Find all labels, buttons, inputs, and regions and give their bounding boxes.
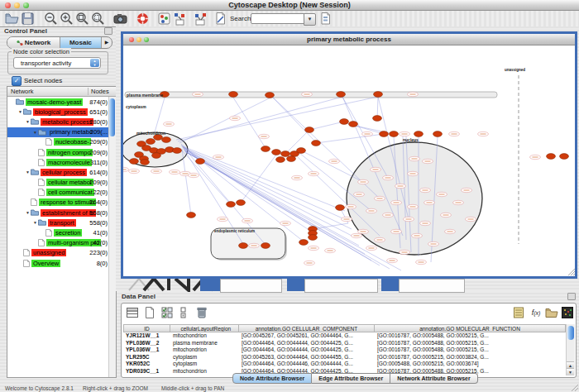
network-node[interactable]: [433, 131, 443, 137]
network-node[interactable]: [146, 139, 156, 145]
select-nodes-checkbox[interactable]: ✓: [12, 76, 22, 86]
tree-row[interactable]: cell communicat22(0): [7, 188, 109, 198]
tree-row[interactable]: mosaic-demo-yeast874(0): [7, 97, 109, 107]
new-attribute-icon[interactable]: [143, 306, 156, 319]
select-attributes-icon[interactable]: [160, 306, 174, 319]
delete-attribute-icon[interactable]: [195, 306, 208, 319]
table-row[interactable]: YPL036W__1mitochondrion[GO:0044464, GO:0…: [123, 347, 566, 354]
tree-row[interactable]: secretion41(0): [7, 227, 109, 237]
table-row[interactable]: YPL036W__2plasma membrane[GO:0044464, GO…: [123, 340, 566, 347]
network-node[interactable]: [340, 119, 349, 125]
network-node[interactable]: [336, 205, 345, 211]
tree-row[interactable]: ▼transport558(0): [7, 218, 109, 227]
network-node[interactable]: [266, 93, 275, 98]
network-node[interactable]: [162, 137, 171, 143]
network-node[interactable]: [130, 159, 139, 165]
zoom-in-icon[interactable]: [60, 12, 74, 26]
search-dropdown-button[interactable]: ▼: [304, 13, 316, 26]
zoom-fit-icon[interactable]: [75, 12, 89, 26]
save-session-icon[interactable]: [21, 12, 35, 26]
tree-scrollbar[interactable]: [108, 97, 116, 377]
network-node[interactable]: [299, 240, 309, 246]
filter-icon[interactable]: [318, 12, 333, 26]
network-node[interactable]: [414, 131, 423, 137]
tree-row[interactable]: multi-organism pro42(0): [7, 238, 109, 248]
column-header[interactable]: ID: [123, 324, 170, 332]
table-scrollbar-thumb[interactable]: [567, 326, 574, 340]
expand-triangle-icon[interactable]: ▼: [32, 220, 38, 225]
tab-edge-attribute-browser[interactable]: Edge Attribute Browser: [312, 373, 390, 384]
tree-row[interactable]: ▼establishment of lo558(0): [7, 208, 109, 218]
network-node[interactable]: [261, 146, 270, 152]
expand-triangle-icon[interactable]: ▼: [17, 109, 23, 114]
tab-mosaic[interactable]: Mosaic: [60, 37, 102, 48]
background-frame-3[interactable]: [381, 279, 399, 291]
expand-triangle-icon[interactable]: ▼: [25, 170, 31, 174]
network-node[interactable]: [380, 131, 389, 137]
network-node[interactable]: [390, 131, 399, 137]
layout-settings-icon[interactable]: [194, 12, 208, 26]
tab-network-attribute-browser[interactable]: Network Attribute Browser: [390, 373, 477, 384]
column-header[interactable]: _cellularLayoutRegion: [170, 324, 239, 332]
network-node[interactable]: [276, 157, 285, 163]
network-node[interactable]: [196, 159, 205, 165]
column-header[interactable]: annotation.GO CELLULAR_COMPONENT: [239, 324, 375, 332]
network-node[interactable]: [272, 150, 281, 155]
table-row[interactable]: YJR121W__1mitochondrion[GO:0045267, GO:0…: [123, 332, 566, 340]
data-panel-float-icon[interactable]: [567, 293, 576, 300]
background-frame-1[interactable]: [200, 279, 220, 291]
import-attributes-icon[interactable]: [545, 306, 558, 319]
attribute-table-icon[interactable]: [126, 306, 139, 319]
network-node[interactable]: [374, 92, 383, 98]
table-row[interactable]: YKR052Ccytoplasm[GO:0044464, GO:0044446,…: [123, 361, 566, 368]
background-frame-2[interactable]: [287, 279, 304, 291]
network-node[interactable]: [287, 156, 296, 162]
tree-row[interactable]: response to stimulu264(0): [7, 198, 109, 208]
frame-resize-grip[interactable]: [568, 269, 575, 275]
column-header[interactable]: annotation.GO MOLECULAR_FUNCTION: [375, 324, 566, 332]
unselect-attributes-icon[interactable]: [178, 306, 191, 319]
network-frame-titlebar[interactable]: primary metabolic process: [123, 34, 575, 45]
network-node[interactable]: [141, 160, 150, 165]
network-node[interactable]: [312, 141, 321, 146]
tree-row[interactable]: nitrogen compo209(0): [7, 147, 109, 157]
scroll-down-button[interactable]: ▼: [567, 368, 574, 375]
expand-triangle-icon[interactable]: ▼: [25, 210, 31, 215]
tree-row[interactable]: ▼biological_process651(0): [7, 107, 109, 117]
network-node[interactable]: [305, 127, 314, 133]
expand-triangle-icon[interactable]: ▼: [32, 130, 38, 135]
network-node[interactable]: [337, 92, 346, 98]
tree-row[interactable]: ▼metabolic process280(0): [7, 117, 109, 127]
annotation-icon[interactable]: [213, 12, 227, 26]
window-resize-grip[interactable]: [572, 385, 578, 391]
table-row[interactable]: YLR295Ccytoplasm[GO:0045263, GO:0044464,…: [123, 354, 566, 361]
network-node[interactable]: [237, 200, 246, 206]
node-color-attribute-select[interactable]: transporter activity ▲▼: [13, 57, 101, 69]
tree-row[interactable]: ▼primary metabo209(...: [7, 127, 109, 137]
tree-row[interactable]: unassigned223(0): [7, 248, 109, 258]
tree-row[interactable]: nucleobase-209(0): [7, 137, 109, 147]
network-canvas[interactable]: plasma membranecytoplasmmitochondrionnuc…: [123, 45, 575, 276]
tree-scrollbar-thumb[interactable]: [109, 98, 115, 136]
network-node[interactable]: [297, 148, 306, 154]
network-node[interactable]: [309, 235, 318, 241]
network-node[interactable]: [261, 243, 270, 249]
tree-header[interactable]: Network Nodes: [7, 87, 116, 97]
tab-network[interactable]: Network: [7, 37, 60, 48]
tree-row[interactable]: macromolecule311(0): [7, 157, 109, 167]
network-node[interactable]: [239, 243, 248, 249]
layout-icon[interactable]: [173, 12, 187, 26]
network-node[interactable]: [547, 154, 556, 160]
tree-row[interactable]: ▼cellular process614(0): [7, 167, 109, 177]
tab-node-attribute-browser[interactable]: Node Attribute Browser: [232, 373, 312, 384]
network-node[interactable]: [187, 213, 196, 218]
help-icon[interactable]: [136, 12, 150, 26]
vizmapper-icon[interactable]: [157, 12, 171, 26]
attribute-table-header[interactable]: ID_cellularLayoutRegionannotation.GO CEL…: [123, 324, 566, 332]
zoom-selected-icon[interactable]: [91, 12, 105, 26]
network-node[interactable]: [349, 122, 358, 127]
network-node[interactable]: [227, 202, 236, 208]
table-scrollbar[interactable]: ▲ ▼: [566, 324, 575, 375]
open-session-icon[interactable]: [5, 12, 19, 26]
float-panel-icon[interactable]: [104, 27, 112, 35]
